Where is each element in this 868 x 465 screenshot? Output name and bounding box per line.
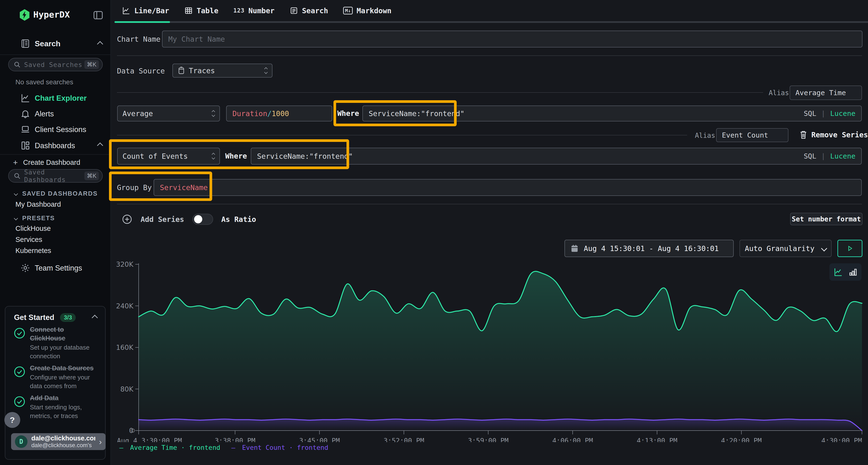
create-dashboard-button[interactable]: + Create Dashboard: [13, 158, 80, 167]
hyperdx-app: HyperDX Search Saved Searches ⌘K No save…: [0, 0, 868, 465]
data-source-select[interactable]: Traces: [173, 64, 273, 77]
check-circle-icon: [13, 395, 26, 409]
presets-group-header[interactable]: PRESETS: [14, 214, 55, 222]
help-button[interactable]: ?: [4, 412, 20, 428]
sidebar-item-client-sessions[interactable]: Client Sessions: [0, 123, 111, 137]
sidebar-item-label: Alerts: [35, 110, 54, 118]
tab-table[interactable]: Table: [184, 6, 218, 15]
group-by-label: Group By: [117, 184, 152, 192]
series-1-field-input[interactable]: Duration/1000: [226, 105, 332, 122]
get-started-item[interactable]: Add Data Start sending logs, metrics, or…: [12, 394, 99, 420]
set-number-format-button[interactable]: Set number format: [790, 213, 863, 225]
svg-text:0: 0: [129, 427, 133, 435]
chevron-down-icon: [14, 192, 18, 196]
sidebar-item-alerts[interactable]: Alerts: [0, 107, 111, 121]
alias-label: Alias: [695, 132, 715, 139]
series-2-aggregation-select[interactable]: Count of Events: [117, 148, 220, 165]
logo-row: HyperDX: [0, 0, 111, 28]
sidebar-item-label: Client Sessions: [35, 125, 86, 134]
svg-text:3:45:00 PM: 3:45:00 PM: [299, 437, 340, 442]
sidebar-item-dashboards[interactable]: Dashboards: [0, 139, 111, 153]
sql-mode-button[interactable]: SQL: [804, 109, 816, 118]
get-started-item[interactable]: Create Data Sources Configure where your…: [12, 364, 99, 390]
timeseries-chart[interactable]: 080K160K240K320KAug 4 3:30:00 PM3:38:00 …: [111, 261, 868, 442]
shortcut-badge: ⌘K: [84, 171, 99, 180]
saved-dashboards-input[interactable]: Saved Dashboards ⌘K: [8, 169, 103, 182]
sidebar-collapse-icon[interactable]: [93, 10, 104, 21]
hyperdx-logo-icon: [19, 9, 30, 22]
divider: [117, 92, 763, 93]
tab-number[interactable]: 123 Number: [234, 6, 275, 15]
legend-item[interactable]: — Event Count · frontend: [231, 444, 328, 451]
chevron-down-icon: [821, 245, 827, 251]
active-tab-indicator: [115, 21, 170, 23]
check-circle-icon: [13, 365, 26, 379]
database-icon: [178, 66, 185, 75]
series-2-where-input[interactable]: ServiceName:"frontend" SQL | Lucene: [251, 148, 862, 165]
create-dashboard-label: Create Dashboard: [23, 159, 80, 166]
tab-search[interactable]: Search: [289, 6, 328, 15]
as-ratio-label: As Ratio: [221, 215, 256, 224]
divider: [117, 204, 862, 204]
add-series-button[interactable]: Add Series As Ratio: [122, 214, 256, 225]
avatar: D: [15, 435, 28, 448]
user-menu[interactable]: D dale@clickhouse.com dale@clickhouse.co…: [11, 433, 105, 450]
sidebar-item-chart-explorer[interactable]: Chart Explorer: [0, 92, 111, 105]
svg-text:4:06:00 PM: 4:06:00 PM: [552, 437, 593, 442]
get-started-progress-badge: 3/3: [60, 313, 76, 322]
sidebar-item-label: Dashboards: [35, 141, 75, 150]
chevron-down-icon: [14, 216, 18, 220]
check-circle-icon: [13, 327, 26, 341]
time-range-input[interactable]: Aug 4 15:30:01 - Aug 4 16:30:01: [564, 240, 734, 257]
logo-text: HyperDX: [33, 10, 70, 20]
saved-searches-input[interactable]: Saved Searches ⌘K: [8, 58, 103, 71]
svg-text:4:20:00 PM: 4:20:00 PM: [721, 437, 762, 442]
sidebar-item-clickhouse[interactable]: ClickHouse: [16, 225, 51, 232]
chart-explorer-icon: [20, 93, 30, 104]
saved-dashboards-group-header[interactable]: SAVED DASHBOARDS: [14, 190, 98, 197]
series-2-alias-input[interactable]: Event Count: [716, 128, 788, 142]
svg-text:80K: 80K: [120, 385, 133, 393]
list-icon: [289, 6, 298, 15]
tab-line-bar[interactable]: Line/Bar: [122, 6, 169, 15]
chevron-up-icon: [97, 41, 103, 47]
svg-text:4:13:00 PM: 4:13:00 PM: [637, 437, 678, 442]
sql-mode-button[interactable]: SQL: [804, 152, 816, 160]
get-started-title: Get Started: [14, 313, 54, 322]
svg-text:320K: 320K: [116, 261, 133, 268]
chart-name-input[interactable]: My Chart Name: [162, 31, 863, 47]
search-section-header[interactable]: Search: [0, 37, 111, 51]
lucene-mode-button[interactable]: Lucene: [830, 109, 856, 118]
chart-name-label: Chart Name: [117, 35, 161, 43]
remove-series-button[interactable]: Remove Series: [799, 130, 868, 139]
user-subtitle: dale@clickhouse.com's: [31, 442, 95, 449]
sidebar-item-label: Chart Explorer: [35, 94, 87, 103]
plus-icon: +: [13, 158, 18, 167]
series-1-aggregation-select[interactable]: Average: [117, 105, 220, 122]
number-123-icon: 123: [234, 7, 245, 14]
sidebar-item-team-settings[interactable]: Team Settings: [0, 261, 111, 275]
series-1-alias-input[interactable]: Average Time: [789, 86, 862, 100]
lucene-mode-button[interactable]: Lucene: [830, 152, 856, 160]
divider: [117, 135, 687, 135]
svg-text:Aug 4 3:30:00 PM: Aug 4 3:30:00 PM: [117, 437, 182, 442]
legend-item[interactable]: — Average Time · frontend: [119, 444, 220, 451]
series-1-where-input[interactable]: ServiceName:"frontend" SQL | Lucene: [362, 105, 862, 122]
get-started-item[interactable]: Connect to ClickHouse Set up your databa…: [12, 325, 99, 360]
as-ratio-toggle[interactable]: [192, 214, 213, 225]
svg-text:3:59:00 PM: 3:59:00 PM: [468, 437, 509, 442]
sidebar-item-my-dashboard[interactable]: My Dashboard: [16, 200, 61, 208]
chevron-up-icon[interactable]: [92, 315, 98, 321]
granularity-select[interactable]: Auto Granularity: [740, 240, 832, 257]
tab-markdown[interactable]: M↓ Markdown: [343, 6, 392, 15]
series-1-where-label: Where: [337, 109, 359, 118]
group-by-input[interactable]: ServiceName: [154, 179, 862, 196]
markdown-icon: M↓: [343, 7, 353, 14]
search-section-label: Search: [35, 39, 61, 48]
chart-area: 080K160K240K320KAug 4 3:30:00 PM3:38:00 …: [111, 261, 868, 465]
run-query-button[interactable]: [837, 240, 863, 257]
sidebar-item-services[interactable]: Services: [16, 236, 42, 243]
divider: [117, 56, 862, 56]
lang-divider: |: [821, 109, 825, 118]
sidebar-item-kubernetes[interactable]: Kubernetes: [16, 247, 51, 255]
